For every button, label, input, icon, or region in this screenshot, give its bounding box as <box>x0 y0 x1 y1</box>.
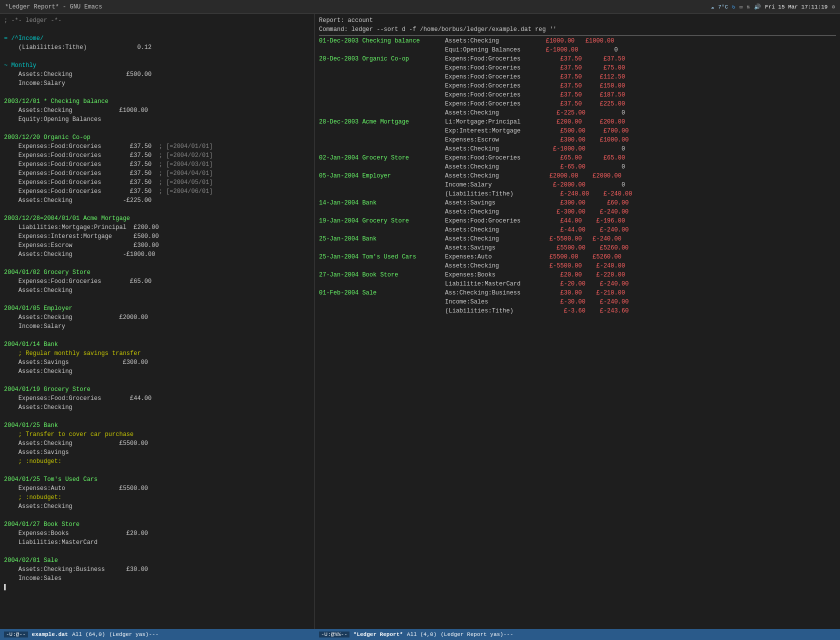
left-content: ; -*- ledger -*- = /^Income/ (Liabilitie… <box>4 16 310 592</box>
right-mode2: (Ledger Report yas)--- <box>440 632 513 638</box>
title-bar-left: *Ledger Report* - GNU Emacs <box>5 4 102 10</box>
cloud-icon: ☁ <box>711 4 714 10</box>
left-mode: -U:@-- <box>4 632 28 638</box>
right-mode: -U:@%%-- <box>319 632 350 638</box>
left-filename: example.dat <box>32 632 68 638</box>
report-header: Report: account Command: ledger --sort d… <box>319 16 836 34</box>
refresh-icon: ↻ <box>732 4 736 10</box>
datetime-display: Fri 15 Mar 17:11:19 <box>765 4 828 10</box>
temp-display: 7°C <box>718 4 728 10</box>
status-bar: -U:@-- example.dat All (64,0) (Ledger ya… <box>0 629 840 640</box>
report-content: 01-Dec-2003 Checking balance Assets:Chec… <box>319 36 836 316</box>
volume-icon: 🔊 <box>754 4 761 10</box>
left-pane[interactable]: ; -*- ledger -*- = /^Income/ (Liabilitie… <box>0 14 315 629</box>
right-pane[interactable]: Report: account Command: ledger --sort d… <box>315 14 840 629</box>
report-title: Report: account <box>319 16 836 25</box>
left-editor-text: ; -*- ledger -*- = /^Income/ (Liabilitie… <box>4 16 310 592</box>
title-bar: *Ledger Report* - GNU Emacs ☁ 7°C ↻ ✉ ⇅ … <box>0 0 840 14</box>
left-separator-fill <box>162 632 319 638</box>
left-position: All (64,0) <box>72 632 105 638</box>
report-separator <box>319 35 836 36</box>
left-mode2: (Ledger yas)--- <box>109 632 158 638</box>
email-icon: ✉ <box>740 4 743 10</box>
title-bar-right: ☁ 7°C ↻ ✉ ⇅ 🔊 Fri 15 Mar 17:11:19 ⚙ <box>711 4 835 10</box>
network-icon: ⇅ <box>746 4 750 10</box>
right-separator-fill <box>518 632 836 638</box>
gear-icon: ⚙ <box>832 4 835 10</box>
right-filename: *Ledger Report* <box>354 632 403 638</box>
status-bar-left: -U:@-- example.dat All (64,0) (Ledger ya… <box>4 632 319 638</box>
report-command: Command: ledger --sort d -f /home/borbus… <box>319 25 836 34</box>
main-content: ; -*- ledger -*- = /^Income/ (Liabilitie… <box>0 14 840 629</box>
right-position: All (4,0) <box>407 632 436 638</box>
status-bar-right: -U:@%%-- *Ledger Report* All (4,0) (Ledg… <box>319 632 836 638</box>
app-title: *Ledger Report* - GNU Emacs <box>5 4 102 10</box>
